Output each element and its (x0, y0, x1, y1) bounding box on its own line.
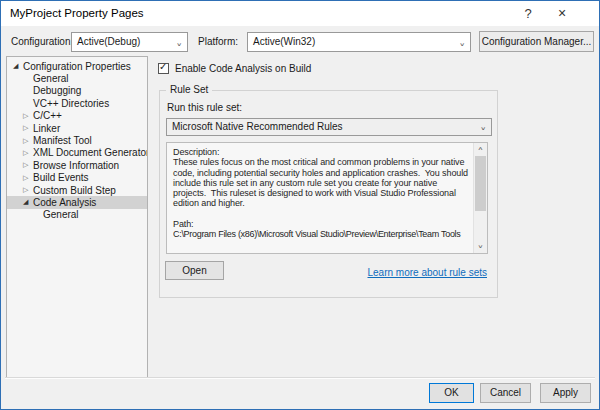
tree-item-build-events[interactable]: ▷Build Events (7, 172, 147, 184)
tree-collapsed-icon[interactable]: ▷ (23, 111, 33, 121)
tree-item-browse-information[interactable]: ▷Browse Information (7, 159, 147, 171)
tree-item-label: C/C++ (33, 110, 62, 121)
footer-divider (5, 377, 595, 378)
tree-item-label: Custom Build Step (33, 185, 116, 196)
tree-item-vc-directories[interactable]: VC++ Directories (7, 97, 147, 109)
rule-set-group-title: Rule Set (166, 84, 212, 95)
configuration-manager-button[interactable]: Configuration Manager... (479, 31, 594, 52)
description-heading: Description: (173, 147, 470, 157)
tree-item-label: Configuration Properties (23, 61, 131, 72)
configuration-label: Configuration: (11, 32, 73, 52)
tree-item-label: Debugging (33, 85, 81, 96)
run-rule-set-label: Run this rule set: (167, 102, 242, 113)
tree-collapsed-icon[interactable]: ▷ (23, 136, 33, 146)
tree-item-general[interactable]: General (7, 72, 147, 84)
platform-value: Active(Win32) (253, 36, 315, 47)
tree-collapsed-icon[interactable]: ▷ (23, 173, 33, 183)
open-button[interactable]: Open (165, 261, 224, 280)
learn-more-link[interactable]: Learn more about rule sets (367, 267, 487, 278)
description-body: These rules focus on the most critical a… (173, 157, 470, 208)
tree-collapsed-icon[interactable]: ▷ (23, 185, 33, 195)
tree-item-label: General (43, 209, 79, 220)
configuration-value: Active(Debug) (77, 36, 140, 47)
tree-item-manifest-tool[interactable]: ▷Manifest Tool (7, 134, 147, 146)
tree-item-configuration-properties[interactable]: ◢Configuration Properties (7, 60, 147, 72)
tree-item-label: Browse Information (33, 160, 119, 171)
rule-set-description-box[interactable]: Description: These rules focus on the mo… (166, 142, 488, 254)
path-value: C:\Program Files (x86)\Microsoft Visual … (173, 229, 470, 239)
close-icon[interactable]: × (547, 1, 577, 26)
chevron-down-icon: ∨ (176, 39, 182, 50)
enable-code-analysis-checkbox[interactable]: ✓ (158, 63, 169, 74)
chevron-down-icon: ∨ (480, 124, 486, 134)
checkmark-icon: ✓ (159, 61, 167, 72)
scroll-up-icon[interactable]: ∧ (474, 145, 487, 152)
tree-collapsed-icon[interactable]: ▷ (23, 148, 33, 158)
tree-item-label: Manifest Tool (33, 135, 92, 146)
window-title: MyProject Property Pages (10, 1, 144, 26)
path-label: Path: (173, 219, 470, 229)
tree-expanded-icon[interactable]: ◢ (23, 197, 33, 207)
scrollbar-thumb[interactable] (475, 156, 486, 211)
tree-item-label: Build Events (33, 172, 89, 183)
scroll-down-icon[interactable]: ∨ (474, 243, 487, 250)
ok-button[interactable]: OK (429, 383, 474, 403)
tree-item-custom-build-step[interactable]: ▷Custom Build Step (7, 184, 147, 196)
description-scrollbar[interactable]: ∧ ∨ (473, 143, 487, 253)
apply-button[interactable]: Apply (540, 383, 591, 403)
tree-expanded-icon[interactable]: ◢ (13, 61, 23, 71)
title-bar[interactable]: MyProject Property Pages ? × (1, 1, 599, 26)
help-icon[interactable]: ? (513, 1, 543, 26)
tree-item-code-analysis[interactable]: ◢Code Analysis (7, 196, 147, 208)
config-tree[interactable]: ◢Configuration PropertiesGeneralDebuggin… (6, 56, 148, 378)
tree-item-label: General (33, 73, 69, 84)
platform-dropdown[interactable]: Active(Win32) ∨ (247, 32, 471, 52)
tree-item-debugging[interactable]: Debugging (7, 85, 147, 97)
tree-item-linker[interactable]: ▷Linker (7, 122, 147, 134)
configuration-dropdown[interactable]: Active(Debug) ∨ (71, 32, 188, 52)
rule-set-description-text: Description: These rules focus on the mo… (173, 147, 470, 239)
enable-code-analysis-label: Enable Code Analysis on Build (175, 59, 311, 79)
tree-item-label: VC++ Directories (33, 98, 109, 109)
rule-set-dropdown[interactable]: Microsoft Native Recommended Rules ∨ (166, 118, 492, 136)
tree-item-xml-document-generator[interactable]: ▷XML Document Generator (7, 147, 147, 159)
tree-collapsed-icon[interactable]: ▷ (23, 160, 33, 170)
property-pages-dialog: MyProject Property Pages ? × Configurati… (0, 0, 600, 410)
tree-item-label: XML Document Generator (33, 147, 148, 158)
tree-collapsed-icon[interactable]: ▷ (23, 123, 33, 133)
chevron-down-icon: ∨ (459, 39, 465, 50)
rule-set-group: Rule Set Run this rule set: Microsoft Na… (159, 90, 498, 298)
cancel-button[interactable]: Cancel (480, 383, 531, 403)
tree-item-label: Linker (33, 123, 60, 134)
tree-item-general[interactable]: General (7, 209, 147, 221)
tree-item-c-c[interactable]: ▷C/C++ (7, 110, 147, 122)
platform-label: Platform: (198, 32, 238, 52)
tree-item-label: Code Analysis (33, 197, 96, 208)
rule-set-value: Microsoft Native Recommended Rules (172, 121, 343, 132)
